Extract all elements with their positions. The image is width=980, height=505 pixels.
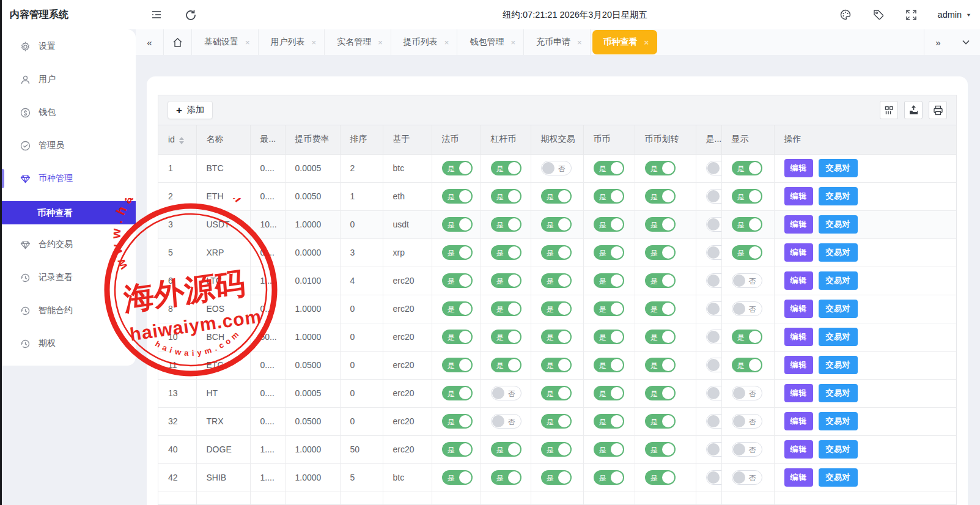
lever-toggle-on[interactable]: 是 [491,273,521,288]
edit-button[interactable]: 编辑 [784,468,813,487]
sidebar-subitem-币种查看[interactable]: 币种查看 [0,201,136,224]
tab-close-icon[interactable]: × [378,38,383,47]
hidden-toggle-clipped[interactable] [706,442,722,457]
option-toggle-on[interactable]: 是 [541,386,572,400]
display-toggle-off[interactable]: 否 [732,414,762,429]
transfer-toggle-on[interactable]: 是 [645,358,676,372]
transfer-toggle-on[interactable]: 是 [645,330,676,344]
tabs-scroll-left-icon[interactable]: « [136,29,164,55]
hidden-toggle-clipped[interactable] [706,414,722,429]
tab-close-icon[interactable]: × [644,38,649,47]
edit-button[interactable]: 编辑 [784,271,813,290]
hidden-toggle-clipped[interactable] [706,245,722,260]
edit-button[interactable]: 编辑 [784,159,813,177]
tab-item[interactable]: 基础设置× [192,29,259,55]
theme-palette-icon[interactable] [839,8,852,21]
fiat-toggle-on[interactable]: 是 [442,414,473,429]
coin-toggle-on[interactable]: 是 [594,470,624,485]
hidden-toggle-clipped[interactable] [706,470,722,485]
tab-close-icon[interactable]: × [245,38,250,47]
option-toggle-on[interactable]: 是 [541,245,572,260]
pair-button[interactable]: 交易对 [819,468,858,487]
edit-button[interactable]: 编辑 [784,300,813,318]
export-icon[interactable] [904,101,923,119]
edit-button[interactable]: 编辑 [784,440,813,459]
hidden-toggle-clipped[interactable] [706,358,722,372]
transfer-toggle-on[interactable]: 是 [645,161,676,175]
sidebar-item-记录查看[interactable]: 记录查看 [0,261,136,294]
sidebar-item-期权[interactable]: 期权 [0,327,136,360]
refresh-icon[interactable] [183,7,198,22]
home-tab-icon[interactable] [164,29,192,55]
sidebar-item-合约交易[interactable]: 合约交易 [0,228,136,261]
hidden-toggle-clipped[interactable] [706,189,722,204]
coin-toggle-on[interactable]: 是 [594,358,624,372]
menu-fold-icon[interactable] [149,7,164,22]
hidden-toggle-clipped[interactable] [706,217,722,232]
edit-button[interactable]: 编辑 [784,412,813,430]
admin-dropdown[interactable]: admin ▼ [938,10,971,20]
transfer-toggle-on[interactable]: 是 [645,301,676,316]
display-toggle-on[interactable]: 是 [732,189,762,204]
lever-toggle-on[interactable]: 是 [491,358,521,372]
pair-button[interactable]: 交易对 [819,356,858,374]
sort-icon[interactable] [179,137,184,144]
option-toggle-on[interactable]: 是 [541,442,572,457]
option-toggle-on[interactable]: 是 [541,470,572,485]
tab-item[interactable]: 钱包管理× [457,29,524,55]
display-toggle-on[interactable]: 是 [732,330,762,344]
coin-toggle-on[interactable]: 是 [594,189,624,204]
sidebar-item-钱包[interactable]: 钱包 [0,96,136,129]
lever-toggle-on[interactable]: 是 [491,189,521,204]
tab-close-icon[interactable]: × [312,38,317,47]
tabs-menu-chevron-icon[interactable] [952,29,980,55]
display-toggle-off[interactable]: 否 [732,470,762,485]
hidden-toggle-clipped[interactable] [706,330,722,344]
tab-item[interactable]: 提币列表× [391,29,458,55]
option-toggle-on[interactable]: 是 [541,301,572,316]
transfer-toggle-on[interactable]: 是 [645,386,676,400]
pair-button[interactable]: 交易对 [819,215,858,234]
edit-button[interactable]: 编辑 [784,328,813,346]
coin-toggle-on[interactable]: 是 [594,386,624,400]
display-toggle-off[interactable]: 否 [732,301,762,316]
sidebar-item-智能合约[interactable]: 智能合约 [0,294,136,327]
display-toggle-off[interactable]: 否 [732,386,762,400]
fiat-toggle-on[interactable]: 是 [442,470,473,485]
column-filter-icon[interactable] [880,101,898,119]
hidden-toggle-clipped[interactable] [706,161,722,175]
pair-button[interactable]: 交易对 [819,243,858,262]
tab-close-icon[interactable]: × [510,38,515,47]
fiat-toggle-on[interactable]: 是 [442,245,473,260]
lever-toggle-off[interactable]: 否 [491,386,521,400]
coin-toggle-on[interactable]: 是 [594,301,624,316]
hidden-toggle-clipped[interactable] [706,273,722,288]
fiat-toggle-on[interactable]: 是 [442,301,473,316]
display-toggle-off[interactable]: 否 [732,273,762,288]
transfer-toggle-on[interactable]: 是 [645,189,676,204]
option-toggle-off[interactable]: 否 [541,161,572,175]
sidebar-item-管理员[interactable]: 管理员 [0,129,136,162]
edit-button[interactable]: 编辑 [784,243,813,262]
lever-toggle-off[interactable]: 否 [491,414,521,429]
print-icon[interactable] [929,101,947,119]
lever-toggle-on[interactable]: 是 [491,442,521,457]
fullscreen-icon[interactable] [905,8,918,21]
sidebar-item-币种管理[interactable]: 币种管理 [0,162,136,195]
display-toggle-on[interactable]: 是 [732,161,762,175]
lever-toggle-on[interactable]: 是 [491,470,521,485]
transfer-toggle-on[interactable]: 是 [645,245,676,260]
pair-button[interactable]: 交易对 [819,159,858,177]
coin-toggle-on[interactable]: 是 [594,414,624,429]
pair-button[interactable]: 交易对 [819,412,858,430]
edit-button[interactable]: 编辑 [784,356,813,374]
tab-close-icon[interactable]: × [444,38,449,47]
fiat-toggle-on[interactable]: 是 [442,189,473,204]
pair-button[interactable]: 交易对 [819,440,858,459]
edit-button[interactable]: 编辑 [784,215,813,234]
lever-toggle-on[interactable]: 是 [491,217,521,232]
fiat-toggle-on[interactable]: 是 [442,330,473,344]
pair-button[interactable]: 交易对 [819,384,858,402]
transfer-toggle-on[interactable]: 是 [645,414,676,429]
pair-button[interactable]: 交易对 [819,300,858,318]
